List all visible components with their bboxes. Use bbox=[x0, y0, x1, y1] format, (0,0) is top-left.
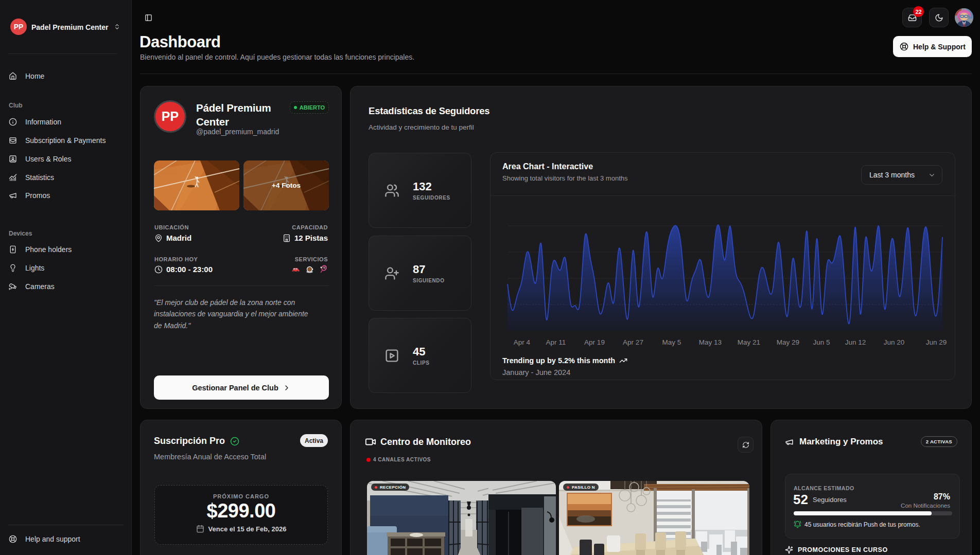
svg-text:Jun 12: Jun 12 bbox=[845, 338, 866, 346]
svg-text:May 13: May 13 bbox=[699, 338, 722, 346]
svg-text:Jun 20: Jun 20 bbox=[884, 338, 905, 346]
svg-text:+4 Fotos: +4 Fotos bbox=[272, 182, 301, 189]
svg-text:Jun 5: Jun 5 bbox=[813, 338, 830, 346]
svg-text:Apr 4: Apr 4 bbox=[514, 338, 531, 346]
svg-text:Apr 11: Apr 11 bbox=[546, 338, 566, 346]
svg-text:May 21: May 21 bbox=[738, 338, 760, 346]
svg-text:May 5: May 5 bbox=[662, 338, 681, 346]
svg-text:Apr 19: Apr 19 bbox=[584, 338, 605, 346]
svg-text:Jun 29: Jun 29 bbox=[926, 338, 947, 346]
svg-text:Apr 27: Apr 27 bbox=[623, 338, 643, 346]
svg-text:May 29: May 29 bbox=[777, 338, 799, 346]
